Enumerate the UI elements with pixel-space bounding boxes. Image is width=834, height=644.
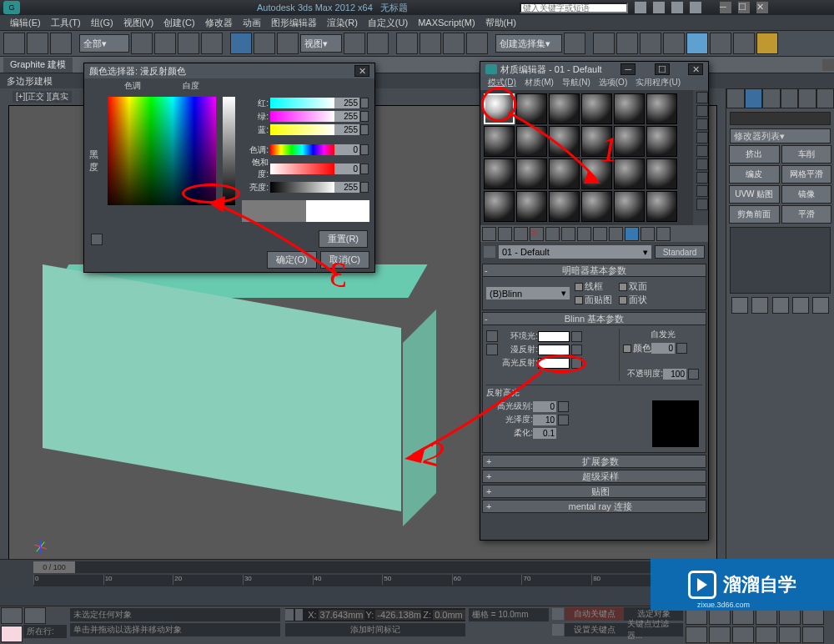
zoom-all-icon[interactable] bbox=[756, 626, 777, 643]
speclevel-map[interactable] bbox=[558, 401, 569, 412]
create-tab-icon[interactable] bbox=[726, 88, 745, 108]
macro-rec-icon[interactable] bbox=[1, 626, 23, 642]
manip-button[interactable] bbox=[367, 33, 389, 54]
maps-rollout[interactable]: +贴图 bbox=[482, 485, 706, 498]
green-spinner[interactable] bbox=[360, 111, 369, 122]
smooth-button[interactable]: 平滑 bbox=[781, 205, 832, 224]
mated-menu-modes[interactable]: 模式(D) bbox=[484, 77, 520, 90]
add-time-tag[interactable]: 添加时间标记 bbox=[285, 623, 465, 636]
menu-view[interactable]: 视图(V) bbox=[118, 17, 159, 29]
signin-icon[interactable] bbox=[690, 2, 701, 13]
menu-help[interactable]: 帮助(H) bbox=[480, 17, 521, 29]
options-icon[interactable] bbox=[696, 172, 708, 184]
material-slot[interactable] bbox=[646, 158, 677, 189]
selfillum-value[interactable]: 0 bbox=[651, 343, 675, 354]
select-by-mat-icon[interactable] bbox=[696, 185, 708, 197]
backlight-icon[interactable] bbox=[696, 105, 708, 117]
ambient-map-button[interactable] bbox=[571, 331, 582, 342]
cancel-button[interactable]: 取消(C) bbox=[320, 251, 369, 269]
curve-editor-button[interactable] bbox=[640, 33, 661, 54]
lock-sel-icon[interactable] bbox=[285, 609, 294, 621]
named-selset-dropdown[interactable]: 创建选择集 ▾ bbox=[495, 34, 562, 53]
time-config-icon[interactable] bbox=[802, 608, 824, 625]
shader-dropdown[interactable]: (B)Blinn▾ bbox=[486, 287, 570, 299]
material-slot[interactable] bbox=[516, 126, 547, 157]
val-spinner[interactable] bbox=[360, 182, 369, 193]
mentalray-rollout[interactable]: +mental ray 连接 bbox=[482, 500, 706, 513]
maxscript-mini-icon[interactable] bbox=[1, 607, 23, 624]
material-slot[interactable] bbox=[549, 93, 580, 124]
menu-create[interactable]: 创建(C) bbox=[158, 17, 199, 29]
render-button[interactable] bbox=[756, 33, 778, 54]
shader-rollout-title[interactable]: -明暗器基本参数 bbox=[482, 264, 706, 277]
ribbon-collapse-icon[interactable] bbox=[822, 59, 834, 71]
material-slot[interactable] bbox=[484, 158, 515, 189]
material-type-button[interactable]: Standard bbox=[655, 245, 705, 259]
eyedropper-icon[interactable] bbox=[91, 234, 103, 245]
time-slider-thumb[interactable]: 0 / 100 bbox=[33, 561, 75, 573]
motion-tab-icon[interactable] bbox=[781, 88, 799, 108]
render-setup-button[interactable] bbox=[710, 33, 731, 54]
filter-dropdown[interactable]: 全部 ▾ bbox=[79, 34, 129, 53]
assign-to-sel-icon[interactable] bbox=[514, 227, 528, 241]
sat-spinner[interactable] bbox=[360, 164, 369, 174]
mat-map-nav-icon[interactable] bbox=[696, 199, 708, 210]
modify-tab-icon[interactable] bbox=[745, 88, 763, 108]
keyfilter-button[interactable]: 关键点过滤器... bbox=[624, 623, 683, 636]
abs-rel-icon[interactable] bbox=[295, 609, 304, 621]
z-coord[interactable]: 0.0mm bbox=[433, 610, 465, 620]
opacity-map-button[interactable] bbox=[688, 369, 699, 380]
preview-icon[interactable] bbox=[696, 158, 708, 170]
setkey-button[interactable]: 设置关键点 bbox=[565, 623, 624, 636]
fov-icon[interactable] bbox=[802, 626, 824, 643]
red-slider[interactable] bbox=[270, 98, 334, 108]
object-name-field[interactable] bbox=[730, 112, 831, 125]
material-slot[interactable] bbox=[646, 126, 677, 157]
sat-value[interactable]: 0 bbox=[334, 164, 359, 174]
green-slider[interactable] bbox=[270, 111, 334, 122]
select-button[interactable] bbox=[131, 33, 153, 54]
zoom-ext-icon[interactable] bbox=[779, 626, 801, 643]
y-coord[interactable]: -426.138m bbox=[375, 610, 421, 620]
blue-value[interactable]: 255 bbox=[334, 124, 359, 135]
mated-menu-navigation[interactable]: 导航(N) bbox=[558, 77, 595, 90]
isolate-icon[interactable] bbox=[686, 626, 707, 643]
select-region-button[interactable] bbox=[178, 33, 199, 54]
extrude-button[interactable]: 挤出 bbox=[729, 145, 780, 164]
mated-close-button[interactable]: ✕ bbox=[688, 63, 703, 75]
blue-slider[interactable] bbox=[270, 124, 334, 135]
prev-frame-icon[interactable] bbox=[709, 608, 731, 625]
ambient-swatch[interactable] bbox=[538, 331, 570, 342]
material-slot[interactable] bbox=[484, 191, 515, 222]
key-mode-icon[interactable] bbox=[552, 608, 564, 620]
minimize-button[interactable]: ─ bbox=[720, 2, 731, 13]
value-slider[interactable] bbox=[223, 97, 235, 205]
material-slot[interactable] bbox=[581, 158, 612, 189]
autokey-button[interactable]: 自动关键点 bbox=[565, 607, 624, 621]
undo-button[interactable] bbox=[3, 33, 25, 54]
selfillum-color-checkbox[interactable]: 颜色 bbox=[623, 342, 651, 355]
color-gradient[interactable] bbox=[108, 97, 216, 205]
menu-group[interactable]: 组(G) bbox=[86, 17, 118, 29]
show-end-icon[interactable] bbox=[625, 227, 639, 241]
material-slot[interactable] bbox=[581, 93, 612, 124]
go-parent-icon[interactable] bbox=[641, 227, 655, 241]
soften-value[interactable]: 0.1 bbox=[533, 428, 556, 439]
hue-spinner[interactable] bbox=[360, 144, 369, 155]
material-slot[interactable] bbox=[549, 191, 580, 222]
remove-modifier-icon[interactable] bbox=[792, 297, 809, 314]
show-map-icon[interactable] bbox=[609, 227, 623, 241]
material-slot[interactable] bbox=[516, 93, 547, 124]
mirror-button[interactable] bbox=[564, 33, 585, 54]
material-slot[interactable] bbox=[646, 93, 677, 124]
material-slot[interactable] bbox=[614, 126, 645, 157]
align-button[interactable] bbox=[593, 33, 615, 54]
help-icon[interactable] bbox=[653, 2, 665, 13]
sample-type-icon[interactable] bbox=[696, 92, 708, 103]
help-search-input[interactable] bbox=[520, 3, 628, 13]
uvwmap-button[interactable]: UVW 贴图 bbox=[729, 185, 780, 204]
snap-button[interactable] bbox=[396, 33, 418, 54]
material-slot-1[interactable] bbox=[484, 93, 515, 124]
val-slider[interactable] bbox=[270, 182, 334, 193]
go-forward-icon[interactable] bbox=[656, 227, 671, 241]
